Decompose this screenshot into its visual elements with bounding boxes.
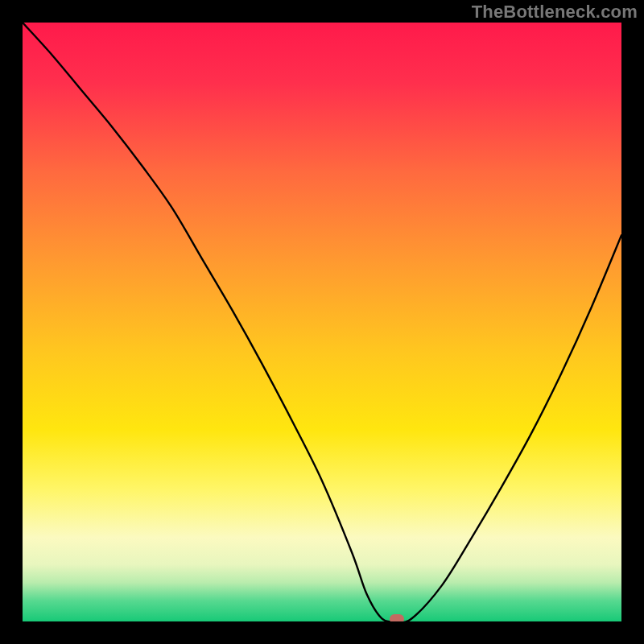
plot-area	[23, 23, 621, 621]
watermark-text: TheBottleneck.com	[472, 2, 638, 23]
bottleneck-curve	[23, 23, 621, 621]
optimal-point-marker	[390, 614, 404, 621]
chart-frame: TheBottleneck.com	[0, 0, 644, 644]
